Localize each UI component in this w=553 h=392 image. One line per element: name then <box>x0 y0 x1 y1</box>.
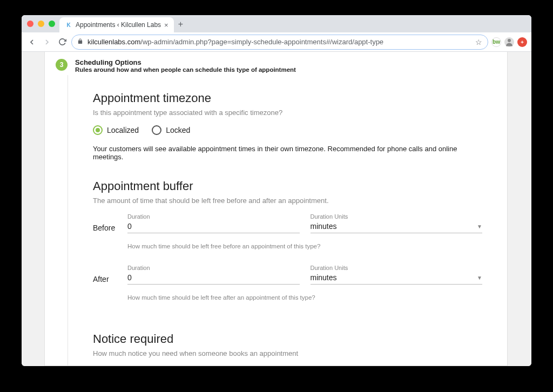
buffer-after-duration-input[interactable] <box>127 271 300 285</box>
buffer-subheading: The amount of time that should be left f… <box>93 197 482 205</box>
close-tab-icon[interactable]: × <box>164 21 168 29</box>
select-value: minutes <box>311 273 337 282</box>
field-label: Duration Units <box>311 213 483 220</box>
reload-button[interactable] <box>56 36 68 48</box>
url-path: /wp-admin/admin.php?page=simply-schedule… <box>140 38 383 46</box>
url-domain: kilcullenlabs.com <box>87 38 140 46</box>
address-bar[interactable]: kilcullenlabs.com/wp-admin/admin.php?pag… <box>71 35 488 50</box>
buffer-after-row: After Duration Duration Units minutes ▼ <box>93 265 482 285</box>
svg-point-0 <box>508 39 511 42</box>
chevron-down-icon: ▼ <box>477 224 482 229</box>
step-number-badge: 3 <box>56 59 68 71</box>
buffer-before-duration-field: Duration <box>127 213 300 233</box>
timezone-radio-locked[interactable]: Locked <box>152 125 190 135</box>
field-label: Duration <box>127 213 300 220</box>
browser-toolbar: kilcullenlabs.com/wp-admin/admin.php?pag… <box>22 32 531 52</box>
wizard-title: Scheduling Options <box>75 58 296 66</box>
browser-window: K Appointments ‹ Kilcullen Labs × + kilc… <box>22 15 531 366</box>
timezone-radio-group: Localized Locked <box>93 125 482 135</box>
url-text: kilcullenlabs.com/wp-admin/admin.php?pag… <box>87 38 471 46</box>
page-card: 3 Scheduling Options Rules around how an… <box>44 52 508 366</box>
buffer-before-units-field: Duration Units minutes ▼ <box>311 213 483 233</box>
tab-strip: K Appointments ‹ Kilcullen Labs × + <box>22 15 531 32</box>
buffer-heading: Appointment buffer <box>93 179 482 193</box>
buffer-after-label: After <box>93 275 117 285</box>
forward-button[interactable] <box>41 36 53 48</box>
timezone-subheading: Is this appointment type associated with… <box>93 109 482 117</box>
buffer-before-duration-input[interactable] <box>127 220 300 233</box>
new-tab-button[interactable]: + <box>178 19 183 29</box>
browser-tab[interactable]: K Appointments ‹ Kilcullen Labs × <box>59 17 174 32</box>
buffer-before-hint: How much time should be left free before… <box>127 243 482 249</box>
notice-subheading: How much notice you need when someone bo… <box>93 349 482 357</box>
buffer-after-block: After Duration Duration Units minutes ▼ <box>93 265 482 301</box>
notice-heading: Notice required <box>93 332 482 346</box>
lock-icon <box>77 38 83 45</box>
extension-bw-icon[interactable]: bw <box>491 37 501 47</box>
section-timezone: Appointment timezone Is this appointment… <box>93 75 482 161</box>
timezone-description: Your customers will see available appoin… <box>93 145 482 161</box>
select-value: minutes <box>311 222 337 231</box>
back-button[interactable] <box>26 36 38 48</box>
buffer-before-label: Before <box>93 224 117 233</box>
field-label: Duration <box>127 265 300 271</box>
chevron-down-icon: ▼ <box>477 275 482 281</box>
buffer-before-block: Before Duration Duration Units minutes ▼ <box>93 213 482 249</box>
profile-avatar-icon[interactable] <box>504 37 514 47</box>
radio-label: Localized <box>107 126 139 134</box>
wizard-subtitle: Rules around how and when people can sch… <box>75 66 296 73</box>
wizard-step-header: 3 Scheduling Options Rules around how an… <box>45 52 507 75</box>
buffer-before-units-select[interactable]: minutes ▼ <box>311 220 483 233</box>
timezone-radio-localized[interactable]: Localized <box>93 125 139 135</box>
section-notice: Notice required How much notice you need… <box>93 316 482 366</box>
timezone-heading: Appointment timezone <box>93 91 482 105</box>
buffer-before-row: Before Duration Duration Units minutes ▼ <box>93 213 482 233</box>
tab-title: Appointments ‹ Kilcullen Labs <box>76 21 161 29</box>
maximize-window-icon[interactable] <box>49 21 55 27</box>
section-buffer: Appointment buffer The amount of time th… <box>93 163 482 301</box>
tab-favicon: K <box>65 21 72 29</box>
minimize-window-icon[interactable] <box>38 21 44 27</box>
buffer-after-units-field: Duration Units minutes ▼ <box>311 265 483 285</box>
buffer-after-duration-field: Duration <box>127 265 300 285</box>
buffer-after-units-select[interactable]: minutes ▼ <box>311 271 483 285</box>
wizard-content: Appointment timezone Is this appointment… <box>68 75 507 366</box>
close-window-icon[interactable] <box>27 21 33 27</box>
radio-label: Locked <box>166 126 190 134</box>
buffer-after-hint: How much time should be left free after … <box>127 294 482 301</box>
radio-icon <box>93 125 103 135</box>
bookmark-star-icon[interactable]: ☆ <box>475 38 482 46</box>
page-viewport: 3 Scheduling Options Rules around how an… <box>22 52 531 366</box>
field-label: Duration Units <box>311 265 483 271</box>
radio-icon <box>152 125 161 135</box>
extension-red-icon[interactable] <box>517 37 527 47</box>
window-controls <box>27 21 55 27</box>
